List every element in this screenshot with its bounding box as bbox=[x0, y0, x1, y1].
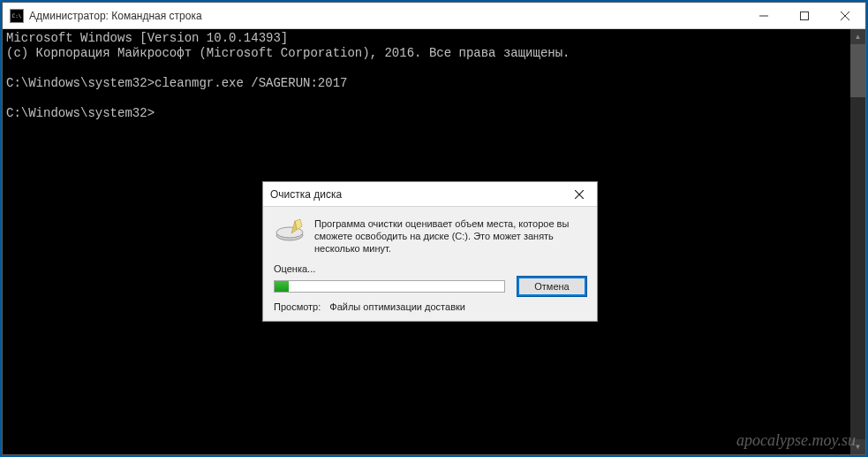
dialog-description: Программа очистки оценивает объем места,… bbox=[314, 217, 586, 255]
dialog-close-button[interactable] bbox=[562, 182, 597, 206]
terminal-prompt: C:\Windows\system32> bbox=[6, 76, 155, 90]
dialog-info-row: Программа очистки оценивает объем места,… bbox=[274, 217, 586, 255]
watermark: apocalypse.moy.su bbox=[736, 431, 856, 450]
terminal-line: (c) Корпорация Майкрософт (Microsoft Cor… bbox=[6, 46, 570, 60]
scrollbar-up-button[interactable]: ▲ bbox=[850, 29, 865, 44]
terminal-command: cleanmgr.exe /SAGERUN:2017 bbox=[155, 76, 347, 90]
svg-point-7 bbox=[276, 227, 303, 238]
svg-rect-1 bbox=[801, 11, 809, 19]
status-label: Оценка... bbox=[274, 263, 586, 274]
viewing-label: Просмотр: bbox=[274, 301, 321, 312]
scrollbar-track[interactable] bbox=[850, 44, 865, 439]
vertical-scrollbar[interactable]: ▲ ▼ bbox=[850, 29, 865, 454]
progress-row: Отмена bbox=[274, 277, 586, 296]
disk-cleanup-dialog: Очистка диска Программа очистки оценивае… bbox=[262, 181, 598, 322]
close-button[interactable] bbox=[825, 3, 865, 28]
dialog-titlebar[interactable]: Очистка диска bbox=[263, 182, 597, 207]
minimize-button[interactable] bbox=[743, 3, 784, 28]
titlebar[interactable]: Администратор: Командная строка bbox=[3, 3, 865, 29]
maximize-button[interactable] bbox=[784, 3, 825, 28]
dialog-title: Очистка диска bbox=[270, 188, 562, 201]
viewing-row: Просмотр: Файлы оптимизации доставки bbox=[274, 301, 586, 312]
window-controls bbox=[743, 3, 865, 28]
viewing-value: Файлы оптимизации доставки bbox=[329, 301, 465, 312]
scrollbar-thumb[interactable] bbox=[850, 44, 865, 97]
dialog-body: Программа очистки оценивает объем места,… bbox=[263, 207, 597, 321]
window-title: Администратор: Командная строка bbox=[29, 10, 743, 22]
cancel-button[interactable]: Отмена bbox=[517, 277, 586, 296]
progress-fill bbox=[275, 281, 289, 292]
cmd-icon bbox=[10, 9, 24, 23]
terminal-line: Microsoft Windows [Version 10.0.14393] bbox=[6, 31, 288, 45]
terminal-prompt: C:\Windows\system32> bbox=[6, 106, 155, 120]
drive-cleanup-icon bbox=[274, 217, 306, 246]
progress-bar bbox=[274, 280, 505, 293]
